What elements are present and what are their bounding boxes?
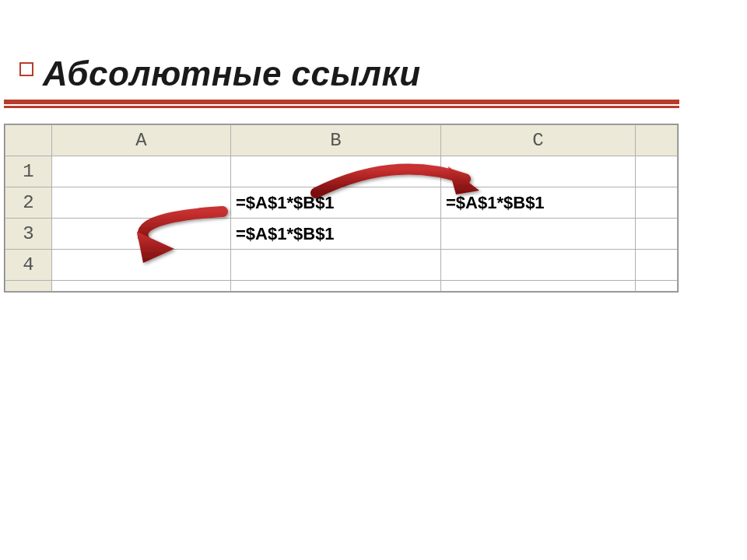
spreadsheet: A B C 1 2 =$A$1*$B$1 =$A$1*$B$1 3 [4, 124, 679, 292]
row-5-partial [5, 281, 678, 292]
cell-A4[interactable] [52, 250, 231, 281]
row-2: 2 =$A$1*$B$1 =$A$1*$B$1 [5, 187, 678, 219]
cell-B1[interactable] [231, 156, 441, 187]
cell-D4[interactable] [636, 250, 678, 281]
row-1: 1 [5, 156, 678, 187]
row-header-3[interactable]: 3 [5, 219, 52, 250]
cell-A3[interactable] [52, 219, 231, 250]
cell-C2[interactable]: =$A$1*$B$1 [441, 187, 636, 219]
row-header-1[interactable]: 1 [5, 156, 52, 187]
row-header-4[interactable]: 4 [5, 250, 52, 281]
cell-A1[interactable] [52, 156, 231, 187]
title-underline-thin [4, 106, 679, 108]
header-row: A B C [5, 125, 678, 156]
cell-B4[interactable] [231, 250, 441, 281]
slide: Абсолютные ссылки A B C 1 [0, 0, 747, 560]
row-header-2[interactable]: 2 [5, 187, 52, 219]
cell-C4[interactable] [441, 250, 636, 281]
cell-D1[interactable] [636, 156, 678, 187]
cell-A5[interactable] [52, 281, 231, 292]
cell-A2[interactable] [52, 187, 231, 219]
row-3: 3 =$A$1*$B$1 [5, 219, 678, 250]
col-header-B[interactable]: B [231, 125, 441, 156]
cell-C3[interactable] [441, 219, 636, 250]
row-header-5[interactable] [5, 281, 52, 292]
corner-cell[interactable] [5, 125, 52, 156]
cell-C1[interactable] [441, 156, 636, 187]
cell-D2[interactable] [636, 187, 678, 219]
cell-D5[interactable] [636, 281, 678, 292]
col-header-A[interactable]: A [52, 125, 231, 156]
cell-B5[interactable] [231, 281, 441, 292]
title-underline-thick [4, 100, 679, 104]
col-header-C[interactable]: C [441, 125, 636, 156]
title-block: Абсолютные ссылки [43, 54, 421, 100]
row-4: 4 [5, 250, 678, 281]
grid-table: A B C 1 2 =$A$1*$B$1 =$A$1*$B$1 3 [5, 124, 678, 292]
cell-C5[interactable] [441, 281, 636, 292]
cell-D3[interactable] [636, 219, 678, 250]
slide-title: Абсолютные ссылки [43, 54, 421, 93]
cell-B3[interactable]: =$A$1*$B$1 [231, 219, 441, 250]
col-header-D[interactable] [636, 125, 678, 156]
bullet-square-icon [19, 62, 33, 76]
cell-B2[interactable]: =$A$1*$B$1 [231, 187, 441, 219]
